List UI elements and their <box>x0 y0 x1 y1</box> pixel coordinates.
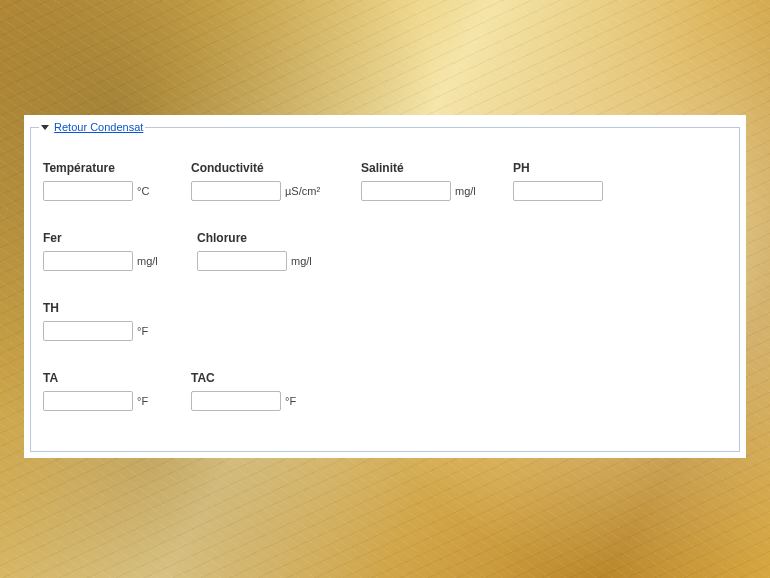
input-chlorure[interactable] <box>197 251 287 271</box>
label-tac: TAC <box>191 371 309 385</box>
unit-ta: °F <box>137 395 148 407</box>
label-th: TH <box>43 301 161 315</box>
row-2: Fer mg/l Chlorure mg/l <box>43 231 727 271</box>
row-1: Température °C Conductivité µS/cm² Salin… <box>43 161 727 201</box>
input-ph[interactable] <box>513 181 603 201</box>
field-tac: TAC °F <box>191 371 309 411</box>
group-legend-link[interactable]: Retour Condensat <box>54 121 143 133</box>
unit-fer: mg/l <box>137 255 158 267</box>
unit-tac: °F <box>285 395 296 407</box>
group-legend: Retour Condensat <box>39 121 145 133</box>
input-temperature[interactable] <box>43 181 133 201</box>
unit-salinite: mg/l <box>455 185 476 197</box>
label-salinite: Salinité <box>361 161 483 175</box>
unit-chlorure: mg/l <box>291 255 312 267</box>
group-retour-condensat: Retour Condensat Température °C Conducti… <box>30 121 740 452</box>
field-chlorure: Chlorure mg/l <box>197 231 315 271</box>
field-th: TH °F <box>43 301 161 341</box>
label-fer: Fer <box>43 231 161 245</box>
form-panel: Retour Condensat Température °C Conducti… <box>24 115 746 458</box>
form-area: Température °C Conductivité µS/cm² Salin… <box>43 161 727 441</box>
input-fer[interactable] <box>43 251 133 271</box>
unit-th: °F <box>137 325 148 337</box>
field-salinite: Salinité mg/l <box>361 161 483 201</box>
label-ta: TA <box>43 371 161 385</box>
row-3: TH °F <box>43 301 727 341</box>
row-4: TA °F TAC °F <box>43 371 727 411</box>
label-chlorure: Chlorure <box>197 231 315 245</box>
field-conductivite: Conductivité µS/cm² <box>191 161 331 201</box>
unit-conductivite: µS/cm² <box>285 185 320 197</box>
label-conductivite: Conductivité <box>191 161 331 175</box>
field-fer: Fer mg/l <box>43 231 161 271</box>
unit-temperature: °C <box>137 185 149 197</box>
field-ph: PH <box>513 161 613 201</box>
field-ta: TA °F <box>43 371 161 411</box>
field-temperature: Température °C <box>43 161 161 201</box>
input-salinite[interactable] <box>361 181 451 201</box>
input-tac[interactable] <box>191 391 281 411</box>
input-ta[interactable] <box>43 391 133 411</box>
input-conductivite[interactable] <box>191 181 281 201</box>
label-temperature: Température <box>43 161 161 175</box>
input-th[interactable] <box>43 321 133 341</box>
label-ph: PH <box>513 161 613 175</box>
collapse-toggle-icon[interactable] <box>41 125 49 130</box>
